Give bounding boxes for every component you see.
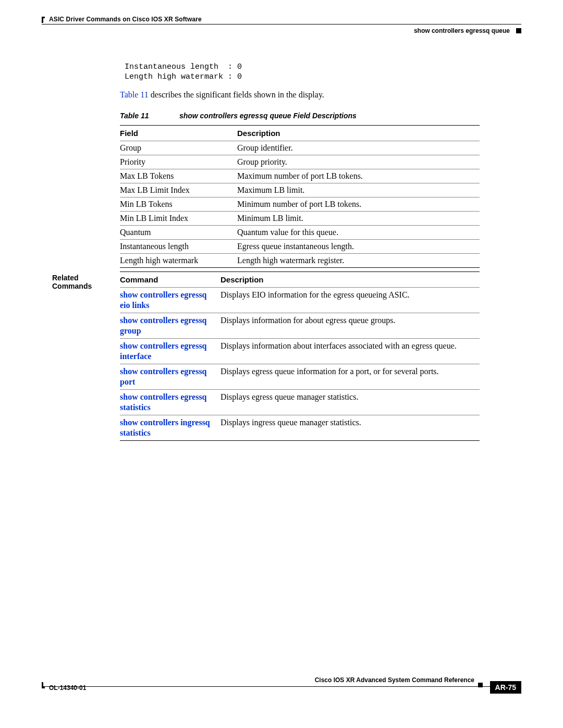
th-description: Description	[237, 126, 480, 141]
command-link[interactable]: show controllers egressq group	[120, 316, 207, 335]
table-row: Min LB Limit IndexMinimum LB limit.	[120, 212, 480, 226]
table-row: Min LB TokensMinimum number of port LB t…	[120, 198, 480, 212]
table-row: show controllers egressq statisticsDispl…	[120, 390, 480, 415]
cell-command: show controllers egressq eio links	[120, 288, 221, 313]
cell-field: Max LB Limit Index	[120, 183, 237, 198]
cell-command: show controllers egressq group	[120, 313, 221, 339]
table-row: show controllers egressq portDisplays eg…	[120, 364, 480, 390]
page: ASIC Driver Commands on Cisco IOS XR Sof…	[0, 0, 563, 728]
cell-desc: Minimum LB limit.	[237, 212, 480, 226]
th-description: Description	[221, 272, 480, 288]
book-title: Cisco IOS XR Advanced System Command Ref…	[315, 676, 474, 684]
command-link[interactable]: show controllers ingressq statistics	[120, 418, 210, 437]
cell-command: show controllers egressq statistics	[120, 390, 221, 415]
cell-field: Priority	[120, 155, 237, 169]
command-link[interactable]: show controllers egressq statistics	[120, 392, 207, 412]
table-row: Instantaneous lengthEgress queue instant…	[120, 240, 480, 254]
table-row: GroupGroup identifier.	[120, 141, 480, 155]
cell-desc: Displays egress queue manager statistics…	[221, 390, 480, 415]
cell-desc: Displays egress queue information for a …	[221, 364, 480, 390]
cell-desc: Group identifier.	[237, 141, 480, 155]
cell-desc: Group priority.	[237, 155, 480, 169]
page-number: AR-75	[490, 681, 521, 694]
table-title: show controllers egressq queue Field Des…	[179, 112, 357, 120]
crop-mark-icon	[42, 682, 45, 688]
table-row: show controllers egressq groupDisplays i…	[120, 313, 480, 339]
cell-field: Quantum	[120, 226, 237, 240]
table-row: Max LB Limit IndexMaximum LB limit.	[120, 183, 480, 198]
intro-paragraph: Table 11 describes the significant field…	[120, 90, 480, 101]
cell-desc: Maximum LB limit.	[237, 183, 480, 198]
footer-rule	[42, 686, 521, 687]
table-header-row: Command Description	[120, 272, 480, 288]
cell-desc: Displays information about interfaces as…	[221, 339, 480, 364]
related-commands-table: Command Description show controllers egr…	[120, 272, 480, 441]
cell-command: show controllers ingressq statistics	[120, 415, 221, 441]
cli-output: Instantaneous length : 0 Length high wat…	[120, 63, 480, 82]
cell-field: Min LB Limit Index	[120, 212, 237, 226]
th-command: Command	[120, 272, 221, 288]
command-link[interactable]: show controllers egressq eio links	[120, 290, 207, 310]
cell-field: Min LB Tokens	[120, 198, 237, 212]
table-row: PriorityGroup priority.	[120, 155, 480, 169]
table-row: show controllers egressq eio linksDispla…	[120, 288, 480, 313]
cell-desc: Displays ingress queue manager statistic…	[221, 415, 480, 441]
related-commands-label: Related Commands	[52, 274, 115, 290]
command-link[interactable]: show controllers egressq port	[120, 367, 207, 386]
cell-desc: Egress queue instantaneous length.	[237, 240, 480, 254]
header-rule	[42, 24, 521, 24]
table-xref-link[interactable]: Table 11	[120, 90, 149, 99]
table-number: Table 11	[120, 112, 177, 120]
table-row: QuantumQuantum value for this queue.	[120, 226, 480, 240]
content-body: Instantaneous length : 0 Length high wat…	[120, 63, 480, 268]
table-caption: Table 11 show controllers egressq queue …	[120, 112, 480, 120]
table-row: Max LB TokensMaximum number of port LB t…	[120, 169, 480, 183]
cell-field: Max LB Tokens	[120, 169, 237, 183]
cell-field: Group	[120, 141, 237, 155]
topic-title: show controllers egressq queue	[414, 27, 510, 34]
page-footer: Cisco IOS XR Advanced System Command Ref…	[42, 686, 521, 709]
th-field: Field	[120, 126, 237, 141]
fields-table: Field Description GroupGroup identifier.…	[120, 125, 480, 268]
square-marker-icon	[516, 28, 521, 33]
table-row: show controllers egressq interfaceDispla…	[120, 339, 480, 364]
table-row: show controllers ingressq statisticsDisp…	[120, 415, 480, 441]
cell-field: Instantaneous length	[120, 240, 237, 254]
cell-desc: Displays information for about egress qu…	[221, 313, 480, 339]
chapter-title: ASIC Driver Commands on Cisco IOS XR Sof…	[49, 16, 202, 23]
document-id: OL-14340-01	[49, 684, 86, 692]
cell-desc: Quantum value for this queue.	[237, 226, 480, 240]
command-link[interactable]: show controllers egressq interface	[120, 341, 207, 361]
table-row: Length high watermarkLength high waterma…	[120, 254, 480, 268]
cell-desc: Maximum number of port LB tokens.	[237, 169, 480, 183]
cell-desc: Displays EIO information for the egress …	[221, 288, 480, 313]
cell-command: show controllers egressq interface	[120, 339, 221, 364]
cell-desc: Minimum number of port LB tokens.	[237, 198, 480, 212]
cell-field: Length high watermark	[120, 254, 237, 268]
intro-rest: describes the significant fields shown i…	[149, 90, 324, 99]
table-header-row: Field Description	[120, 126, 480, 141]
cell-command: show controllers egressq port	[120, 364, 221, 390]
cell-desc: Length high watermark register.	[237, 254, 480, 268]
crop-mark-icon	[42, 17, 45, 23]
